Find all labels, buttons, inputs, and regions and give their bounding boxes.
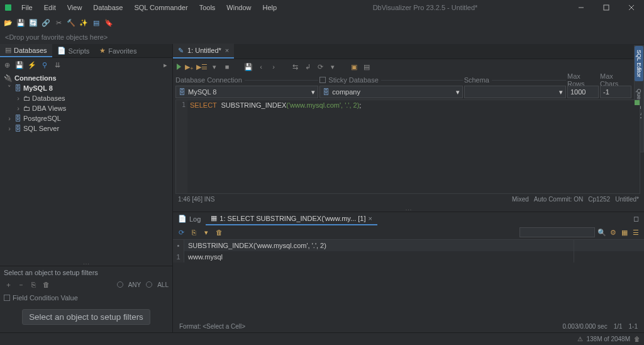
filter-setup-button[interactable]: Select an object to setup filters (22, 309, 150, 325)
sql-editor-area[interactable]: 1 SELECT SUBSTRING_INDEX('www.mysql.com'… (175, 99, 640, 194)
run-script-icon[interactable]: ▶₊ (185, 62, 194, 71)
menu-sql-commander[interactable]: SQL Commander (129, 3, 192, 13)
copy-filter-icon[interactable]: ⎘ (29, 280, 38, 289)
expander-icon[interactable]: › (15, 94, 21, 102)
maximize-button[interactable] (594, 0, 619, 15)
save-icon[interactable]: 💾 (15, 60, 24, 69)
delete-result-icon[interactable]: 🗑 (214, 228, 223, 237)
add-conn-icon[interactable]: ⊕ (3, 60, 11, 69)
monitor-icon[interactable]: ▤ (92, 18, 101, 27)
db-icon: 🗄 (323, 88, 330, 96)
result-search-input[interactable] (519, 227, 595, 237)
result-format: Format: <Select a Cell> (179, 323, 245, 330)
favorites-bar[interactable]: <Drop your favorite objects here> (0, 30, 644, 44)
expand-result-icon[interactable]: ◻ (628, 215, 644, 223)
close-tab-icon[interactable]: × (369, 215, 372, 222)
editor-tab-label: 1: Untitled* (187, 47, 221, 54)
expander-icon[interactable]: › (15, 105, 21, 112)
close-button[interactable] (619, 0, 644, 15)
filter-icon[interactable]: ⚲ (40, 60, 49, 69)
editor-divider[interactable]: … (173, 204, 644, 212)
expander-icon[interactable]: › (6, 115, 13, 122)
wand-icon[interactable]: ✨ (79, 18, 88, 27)
app-title: DbVisualizer Pro 23.2.5 - Untitled* (282, 4, 569, 11)
refresh-icon[interactable]: 🔄 (29, 18, 38, 27)
radio-any[interactable] (117, 281, 123, 288)
arrow-icon[interactable]: ▸ (161, 60, 170, 69)
tab-scripts[interactable]: 📄 Scripts (52, 45, 95, 57)
grid-cell[interactable]: www.mysql (184, 251, 574, 263)
panel-divider[interactable]: … (0, 258, 172, 266)
rollback-icon[interactable]: ▤ (362, 62, 371, 71)
menu-window[interactable]: Window (221, 3, 256, 13)
hammer-icon[interactable]: 🔨 (67, 18, 75, 27)
menu-database[interactable]: Database (88, 3, 128, 13)
refresh-result-icon[interactable]: ⟳ (177, 228, 186, 237)
max-rows-input[interactable]: 1000 (567, 86, 599, 98)
chevron-down-icon[interactable]: ▾ (202, 228, 211, 237)
disconnect-icon[interactable]: ✂ (54, 18, 63, 27)
tree-sqlserver[interactable]: › 🗄 SQL Server (3, 123, 170, 133)
expander-icon[interactable]: › (6, 125, 13, 132)
tab-databases[interactable]: ▤ Databases (0, 44, 52, 57)
commit-icon[interactable]: ▣ (350, 62, 358, 71)
tree-databases[interactable]: › 🗀 Databases (3, 93, 170, 103)
filter-checkbox[interactable] (4, 295, 10, 301)
search-icon[interactable]: 🔍 (597, 228, 606, 237)
database-dropdown[interactable]: 🗄 company ▾ (319, 86, 462, 98)
close-tab-icon[interactable]: × (225, 47, 229, 54)
menu-tools[interactable]: Tools (194, 3, 221, 13)
tab-result[interactable]: ▦ 1: SELECT SUBSTRING_INDEX('www.my... [… (206, 212, 377, 225)
db-connection-dropdown[interactable]: 🗄 MySQL 8 ▾ (175, 86, 318, 98)
autocommit-icon[interactable]: ⟳ (316, 62, 325, 71)
connect-icon[interactable]: 🔗 (42, 18, 50, 27)
editor-tab-1[interactable]: ✎ 1: Untitled* × (173, 43, 234, 59)
grid-row-1[interactable]: 1 www.mysql (173, 251, 644, 263)
wrap-icon[interactable]: ↲ (303, 62, 312, 71)
trash-filter-icon[interactable]: 🗑 (42, 280, 50, 289)
history-back-icon[interactable]: ‹ (257, 62, 265, 71)
text-mode-icon[interactable]: ☰ (631, 228, 640, 237)
warning-icon[interactable]: ⚠ (577, 336, 583, 342)
bolt-icon[interactable]: ⚡ (28, 60, 36, 69)
remove-filter-icon[interactable]: － (16, 280, 25, 289)
save-icon[interactable]: 💾 (244, 62, 253, 71)
save-icon[interactable]: 💾 (16, 18, 25, 27)
grid-header-cell[interactable]: SUBSTRING_INDEX('www.mysql.com', '.', 2) (184, 240, 574, 251)
tab-log[interactable]: 📄 Log (173, 213, 206, 225)
schema-dropdown[interactable]: ▾ (464, 86, 566, 98)
tree-mysql[interactable]: ˅ 🗄 MySQL 8 (3, 83, 170, 93)
menu-view[interactable]: View (62, 3, 87, 13)
radio-all[interactable] (146, 281, 152, 288)
chevron-down-icon: ▾ (456, 88, 460, 96)
run-icon[interactable] (177, 64, 181, 70)
open-folder-icon[interactable]: 📂 (4, 18, 13, 27)
settings-icon[interactable]: ⚙ (609, 228, 618, 237)
minimize-button[interactable] (569, 0, 594, 15)
add-filter-icon[interactable]: ＋ (4, 280, 13, 289)
grid-mode-icon[interactable]: ▦ (620, 228, 629, 237)
menu-help[interactable]: Help (257, 3, 282, 13)
sql-text[interactable]: SELECT SUBSTRING_INDEX('www.mysql.com', … (187, 100, 640, 193)
trash-icon[interactable]: 🗑 (634, 336, 640, 342)
db-connection-value: MySQL 8 (188, 88, 216, 96)
bookmark-icon[interactable]: 🔖 (104, 18, 113, 27)
run-explain-icon[interactable]: ▶☰ (197, 62, 206, 71)
tab-favorites[interactable]: ★ Favorites (94, 45, 142, 57)
chevron-down-icon[interactable]: ▾ (328, 62, 337, 71)
sticky-checkbox[interactable] (319, 77, 326, 83)
menu-edit[interactable]: Edit (39, 3, 61, 13)
format-icon[interactable]: ⇆ (291, 62, 299, 71)
max-chars-input[interactable]: -1 (600, 86, 631, 98)
stop-icon[interactable]: ■ (223, 62, 231, 71)
copy-result-icon[interactable]: ⎘ (189, 228, 198, 237)
tree-postgres[interactable]: › 🗄 PostgreSQL (3, 113, 170, 123)
tab-sql-editor[interactable]: SQL Editor (635, 46, 643, 81)
chevron-down-icon[interactable]: ▾ (210, 62, 219, 71)
tree-dbaviews[interactable]: › 🗀 DBA Views (3, 103, 170, 113)
menu-file[interactable]: File (16, 3, 38, 13)
expander-icon[interactable]: ˅ (6, 84, 13, 93)
collapse-icon[interactable]: ⇊ (53, 60, 62, 69)
history-fwd-icon[interactable]: › (269, 62, 278, 71)
filter-condition-row: Field Condition Value (4, 293, 169, 303)
